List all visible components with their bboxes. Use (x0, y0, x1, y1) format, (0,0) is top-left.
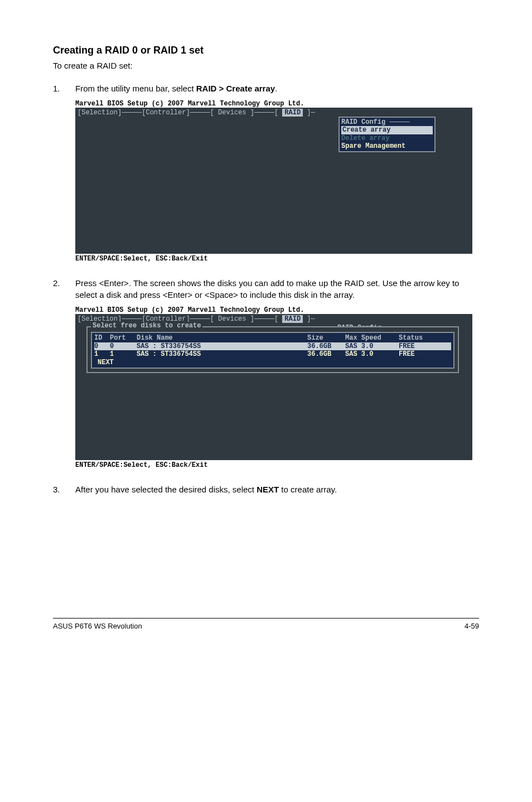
menu-spare-management[interactable]: Spare Management (341, 142, 433, 150)
step-1-text: From the utility menu bar, select RAID >… (75, 83, 479, 94)
step-2: 2. Press <Enter>. The screen shows the d… (53, 277, 479, 301)
step-1-bold: RAID > Create array (196, 84, 275, 93)
disk-0-status: FREE (399, 342, 432, 350)
step-3-bold: NEXT (257, 485, 279, 494)
tab-raid-2[interactable]: RAID (282, 315, 303, 323)
col-port-header: Port (110, 334, 137, 342)
disk-1-speed: SAS 3.0 (345, 350, 399, 358)
bios-screen-2: [Selection] ───── [Controller] ───── [ D… (75, 314, 472, 460)
tab-devices[interactable]: [ Devices ] (210, 109, 254, 117)
step-3: 3. After you have selected the desired d… (53, 484, 479, 495)
menu-create-array[interactable]: Create array (341, 126, 433, 134)
bios-screenshot-2: Marvell BIOS Setup (c) 2007 Marvell Tech… (75, 306, 479, 469)
step-3-after: to create array. (279, 485, 337, 494)
col-id-header: ID (94, 334, 110, 342)
step-2-text: Press <Enter>. The screen shows the disk… (75, 277, 479, 301)
tab-controller[interactable]: [Controller] (142, 109, 190, 117)
bios-footer-2: ENTER/SPACE:Select, ESC:Back/Exit (75, 461, 479, 469)
disk-1-name: SAS : ST336754SS (137, 350, 307, 358)
step-1-number: 1. (53, 83, 75, 94)
disk-list: ID Port Disk Name Size Max Speed Status … (91, 332, 454, 369)
disk-0-size: 36.6GB (307, 342, 345, 350)
footer-right: 4-59 (465, 622, 479, 630)
bios-title-2: Marvell BIOS Setup (c) 2007 Marvell Tech… (75, 306, 479, 314)
bios-menubar-1: [Selection] ───── [Controller] ───── [ D… (75, 108, 472, 117)
col-speed-header: Max Speed (345, 334, 399, 342)
footer-left: ASUS P6T6 WS Revolution (53, 622, 142, 630)
next-option[interactable]: NEXT (94, 359, 451, 366)
disk-0-speed: SAS 3.0 (345, 342, 399, 350)
select-box-title: Select free disks to create (91, 322, 202, 330)
raid-submenu: RAID Config ───── Create array Delete ar… (338, 117, 436, 152)
disk-1-size: 36.6GB (307, 350, 345, 358)
tab-selection[interactable]: [Selection] (78, 109, 122, 117)
tab-devices-2[interactable]: [ Devices ] (210, 315, 254, 323)
disk-row-0[interactable]: 0 0 SAS : ST336754SS 36.6GB SAS 3.0 FREE (94, 342, 451, 350)
step-3-before: After you have selected the desired disk… (75, 485, 257, 494)
disk-header-row: ID Port Disk Name Size Max Speed Status (94, 334, 451, 342)
col-name-header: Disk Name (137, 334, 307, 342)
bios-screen-1: [Selection] ───── [Controller] ───── [ D… (75, 108, 472, 254)
step-3-number: 3. (53, 484, 75, 495)
page-footer: ASUS P6T6 WS Revolution 4-59 (53, 618, 479, 630)
disk-row-1[interactable]: 1 1 SAS : ST336754SS 36.6GB SAS 3.0 FREE (94, 350, 451, 358)
step-1: 1. From the utility menu bar, select RAI… (53, 83, 479, 94)
step-1-after: . (275, 84, 277, 93)
disk-0-port: 0 (110, 342, 137, 350)
select-free-disks-box: Select free disks to create ID Port Disk… (86, 326, 459, 373)
tab-raid[interactable]: RAID (282, 109, 303, 117)
disk-1-port: 1 (110, 350, 137, 358)
bios-screenshot-1: Marvell BIOS Setup (c) 2007 Marvell Tech… (75, 100, 479, 263)
disk-1-status: FREE (399, 350, 432, 358)
col-status-header: Status (399, 334, 432, 342)
intro-text: To create a RAID set: (53, 61, 479, 70)
bios-title-1: Marvell BIOS Setup (c) 2007 Marvell Tech… (75, 100, 479, 108)
menu-delete-array: Delete array (341, 134, 433, 142)
step-1-before: From the utility menu bar, select (75, 84, 196, 93)
raid-config-title: RAID Config ───── (341, 118, 433, 126)
disk-0-name: SAS : ST336754SS (137, 342, 307, 350)
disk-1-id: 1 (94, 350, 110, 358)
step-3-text: After you have selected the desired disk… (75, 484, 479, 495)
disk-0-id: 0 (94, 342, 110, 350)
col-size-header: Size (307, 334, 345, 342)
bios-footer-1: ENTER/SPACE:Select, ESC:Back/Exit (75, 255, 479, 263)
section-heading: Creating a RAID 0 or RAID 1 set (53, 45, 479, 56)
step-2-number: 2. (53, 277, 75, 301)
